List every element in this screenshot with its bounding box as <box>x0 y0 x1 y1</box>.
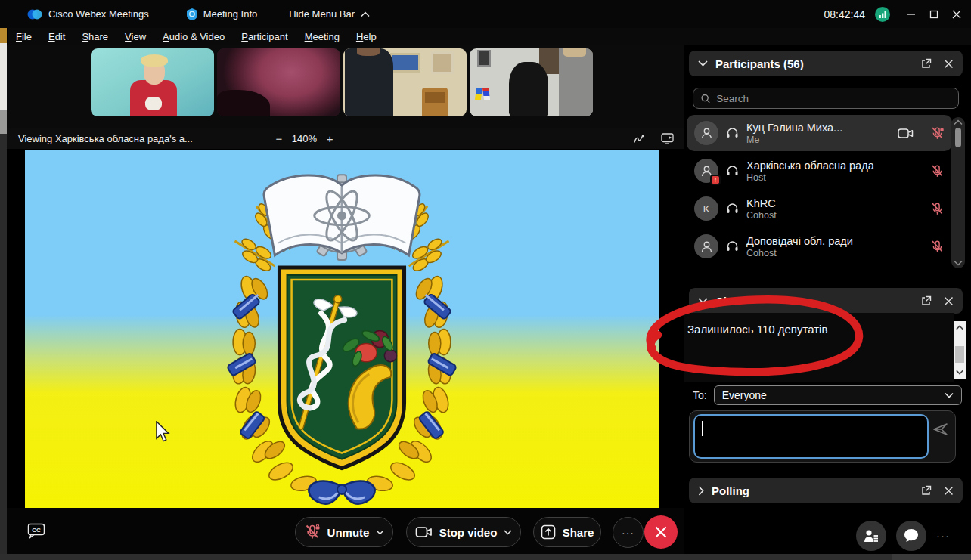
zoom-out-button[interactable]: − <box>272 132 286 145</box>
chat-panel-header[interactable]: Chat <box>689 288 963 314</box>
participants-search[interactable] <box>693 88 959 109</box>
chevron-right-icon <box>698 486 704 496</box>
scroll-down-icon[interactable] <box>956 370 963 375</box>
chat-toggle-button[interactable] <box>896 521 926 551</box>
headset-icon <box>726 203 739 215</box>
annotate-icon[interactable] <box>634 134 646 144</box>
participant-video-1[interactable] <box>91 48 214 116</box>
hide-menu-bar-button[interactable]: Hide Menu Bar <box>289 8 370 20</box>
shared-screen-content <box>25 150 659 508</box>
popout-icon[interactable] <box>920 295 932 307</box>
popout-icon[interactable] <box>920 485 932 497</box>
share-button[interactable]: Share <box>533 517 601 547</box>
taskbar-edge <box>0 554 971 560</box>
avatar: ↑ <box>694 159 718 183</box>
video-thumbnail-strip <box>7 45 684 128</box>
close-icon <box>952 10 961 19</box>
video-on-icon[interactable] <box>898 128 914 139</box>
kharkiv-oblast-coat-of-arms <box>198 152 486 508</box>
mic-muted-icon[interactable] <box>930 202 945 216</box>
close-panel-icon[interactable] <box>944 59 954 69</box>
participant-video-3[interactable] <box>343 48 467 116</box>
scroll-up-icon[interactable] <box>954 119 963 125</box>
mic-muted-icon[interactable] <box>930 164 945 178</box>
polling-panel-header[interactable]: Polling <box>689 478 963 503</box>
participants-toggle-button[interactable] <box>856 521 886 551</box>
stop-video-button[interactable]: Stop video <box>406 517 521 547</box>
send-message-button[interactable] <box>932 422 949 437</box>
menu-help[interactable]: Help <box>348 29 385 45</box>
menu-participant[interactable]: Participant <box>233 29 296 45</box>
scroll-up-icon[interactable] <box>956 325 963 330</box>
meeting-info-shield-icon <box>187 8 197 20</box>
close-window-button[interactable] <box>945 5 968 24</box>
chat-scrollbar[interactable] <box>954 321 966 379</box>
participant-name: Куц Галина Миха... <box>746 122 890 134</box>
chat-message-list[interactable]: Залишилось 110 депутатів <box>684 313 954 382</box>
mic-muted-locked-icon[interactable] <box>930 126 945 141</box>
zoom-in-button[interactable]: + <box>323 132 337 145</box>
menu-edit[interactable]: Edit <box>40 29 73 45</box>
polling-title: Polling <box>712 484 913 497</box>
chat-input-container <box>689 410 956 463</box>
participants-panel-header[interactable]: Participants (56) <box>689 51 963 76</box>
connection-quality-icon[interactable] <box>874 6 891 23</box>
share-screen-icon <box>541 524 556 540</box>
participant-role: Me <box>746 135 890 145</box>
leave-meeting-button[interactable] <box>644 515 678 549</box>
chevron-down-icon <box>698 298 708 304</box>
menu-meeting[interactable]: Meeting <box>296 29 348 45</box>
leave-x-icon <box>655 526 667 538</box>
minimize-icon <box>907 10 916 19</box>
scrollbar-thumb[interactable] <box>955 346 964 363</box>
search-icon <box>701 94 710 104</box>
close-panel-icon[interactable] <box>944 486 954 496</box>
chat-bubble-icon <box>904 528 919 543</box>
popout-icon[interactable] <box>920 58 932 70</box>
stop-video-label: Stop video <box>439 526 498 539</box>
participant-video-2[interactable] <box>217 48 340 116</box>
sharing-badge-icon: ↑ <box>710 175 721 185</box>
avatar-letter: K <box>703 203 710 215</box>
unmute-button[interactable]: Unmute <box>295 517 393 547</box>
menu-share[interactable]: Share <box>73 29 116 45</box>
mic-muted-icon[interactable] <box>930 240 945 254</box>
close-panel-icon[interactable] <box>944 296 954 306</box>
scroll-down-icon[interactable] <box>954 260 963 266</box>
participants-scrollbar[interactable] <box>951 117 965 268</box>
participants-icon <box>864 529 879 543</box>
maximize-button[interactable] <box>923 5 945 24</box>
avatar <box>694 234 718 258</box>
participant-row-host[interactable]: ↑ Харківська обласна рада Host <box>687 153 952 189</box>
meeting-control-bar: CC Unmute <box>7 508 684 554</box>
search-input[interactable] <box>716 93 951 104</box>
avatar: K <box>694 196 718 221</box>
participant-row-me[interactable]: Куц Галина Миха... Me <box>687 115 952 151</box>
participants-title: Participants (56) <box>715 57 913 70</box>
camera-icon <box>415 525 433 539</box>
chat-input[interactable] <box>693 414 929 459</box>
more-options-icon: ··· <box>622 527 634 539</box>
webex-window: Cisco Webex Meetings Meeting Info Hide M… <box>0 0 971 560</box>
participant-row-khrc[interactable]: K KhRC Cohost <box>687 190 952 227</box>
mouse-cursor <box>155 421 172 442</box>
more-options-button[interactable]: ··· <box>613 517 644 548</box>
menu-view[interactable]: View <box>116 29 154 45</box>
minimize-button[interactable] <box>900 5 923 24</box>
unmute-label: Unmute <box>327 526 370 539</box>
closed-captions-icon[interactable]: CC <box>27 523 45 539</box>
chevron-down-icon <box>698 60 708 67</box>
headset-icon <box>726 240 739 252</box>
participant-row-speakers[interactable]: Доповідачі обл. ради Cohost <box>687 228 952 265</box>
participant-role: Host <box>746 172 923 183</box>
chevron-up-icon <box>361 11 370 17</box>
more-panels-button[interactable]: ··· <box>936 529 950 542</box>
scrollbar-thumb[interactable] <box>955 128 961 147</box>
recipient-dropdown[interactable]: Everyone <box>714 385 962 405</box>
menu-file[interactable]: File <box>8 29 40 45</box>
display-settings-icon[interactable] <box>661 133 674 144</box>
menu-audio-video[interactable]: Audio & Video <box>154 29 233 45</box>
participant-video-4[interactable] <box>470 48 593 116</box>
meeting-clock: 08:42:44 <box>824 8 866 20</box>
meeting-info-button[interactable]: Meeting Info <box>187 8 258 20</box>
